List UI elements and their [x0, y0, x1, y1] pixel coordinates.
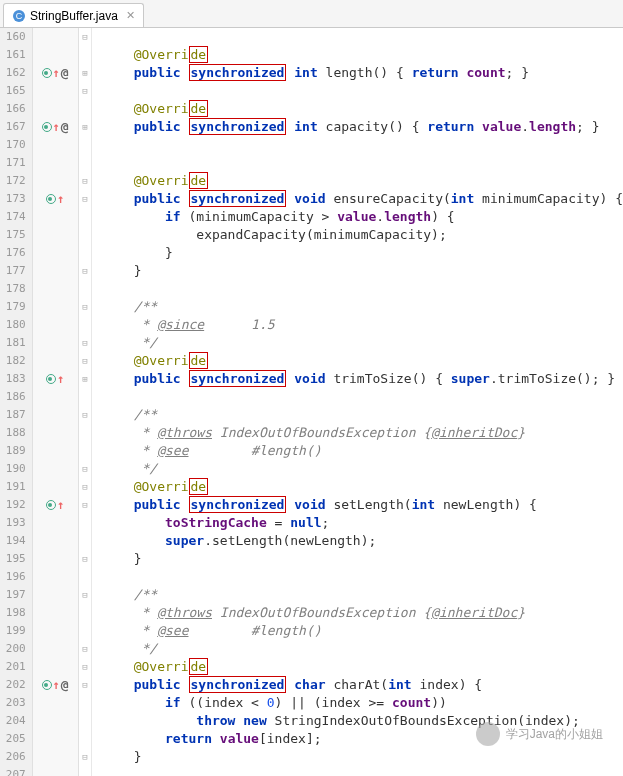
code-line: public synchronized void trimToSize() { …: [102, 370, 623, 388]
code-line: */: [102, 640, 623, 658]
code-line: toStringCache = null;: [102, 514, 623, 532]
svg-text:C: C: [16, 11, 23, 21]
code-line: public synchronized char charAt(int inde…: [102, 676, 623, 694]
watermark: 学习Java的小姐姐: [476, 722, 603, 746]
code-line: * @throws IndexOutOfBoundsException {@in…: [102, 604, 623, 622]
code-line: [102, 766, 623, 776]
code-line: * @since 1.5: [102, 316, 623, 334]
close-icon[interactable]: ✕: [126, 9, 135, 22]
tab-filename: StringBuffer.java: [30, 9, 118, 23]
code-line: public synchronized void setLength(int n…: [102, 496, 623, 514]
editor-area: 1601611621651661671701711721731741751761…: [0, 28, 623, 776]
code-line: @Override: [102, 658, 623, 676]
code-line: [102, 28, 623, 46]
code-line: expandCapacity(minimumCapacity);: [102, 226, 623, 244]
code-line: */: [102, 334, 623, 352]
wechat-icon: [476, 722, 500, 746]
code-line: @Override: [102, 172, 623, 190]
fold-column: ⊟⊞⊟⊞⊟⊟⊟⊟⊟⊟⊞⊟⊟⊟⊟⊟⊟⊟⊟⊟⊟: [79, 28, 93, 776]
code-line: [102, 82, 623, 100]
code-line: }: [102, 550, 623, 568]
watermark-text: 学习Java的小姐姐: [506, 726, 603, 743]
code-line: /**: [102, 406, 623, 424]
code-line: * @see #length(): [102, 442, 623, 460]
code-line: /**: [102, 298, 623, 316]
code-line: @Override: [102, 100, 623, 118]
code-line: */: [102, 460, 623, 478]
line-gutter: 1601611621651661671701711721731741751761…: [0, 28, 33, 776]
code-line: public synchronized int length() { retur…: [102, 64, 623, 82]
file-tab[interactable]: C StringBuffer.java ✕: [3, 3, 144, 27]
code-line: * @see #length(): [102, 622, 623, 640]
code-line: /**: [102, 586, 623, 604]
code-line: @Override: [102, 478, 623, 496]
code-line: [102, 280, 623, 298]
code-line: if (minimumCapacity > value.length) {: [102, 208, 623, 226]
code-line: public synchronized int capacity() { ret…: [102, 118, 623, 136]
code-line: public synchronized void ensureCapacity(…: [102, 190, 623, 208]
code-line: }: [102, 748, 623, 766]
code-area[interactable]: @Override public synchronized int length…: [92, 28, 623, 776]
tab-bar: C StringBuffer.java ✕: [0, 0, 623, 28]
code-line: [102, 136, 623, 154]
code-line: super.setLength(newLength);: [102, 532, 623, 550]
code-line: [102, 154, 623, 172]
java-class-icon: C: [12, 9, 26, 23]
marker-column: ↑@↑@↑↑↑↑@: [33, 28, 79, 776]
code-line: }: [102, 244, 623, 262]
code-line: @Override: [102, 46, 623, 64]
code-line: @Override: [102, 352, 623, 370]
code-line: if ((index < 0) || (index >= count)): [102, 694, 623, 712]
code-line: }: [102, 262, 623, 280]
code-line: [102, 388, 623, 406]
code-line: [102, 568, 623, 586]
code-line: * @throws IndexOutOfBoundsException {@in…: [102, 424, 623, 442]
